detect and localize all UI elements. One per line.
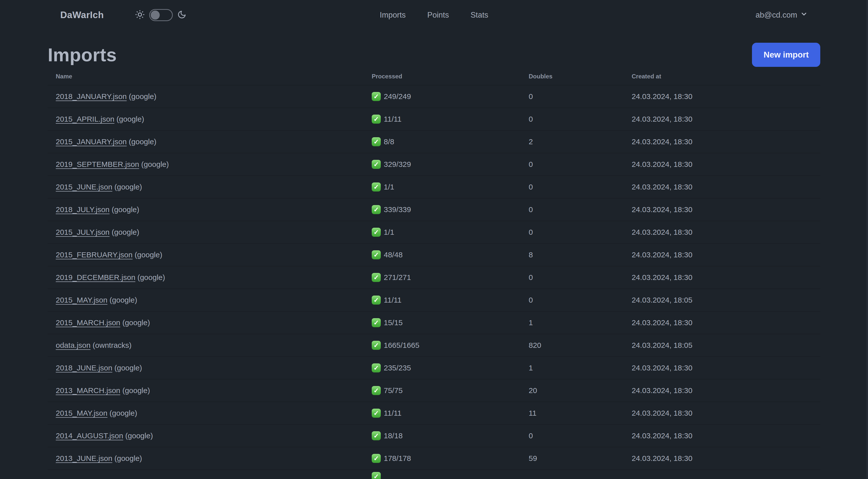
check-mark-emoji-icon — [372, 296, 381, 305]
check-mark-emoji-icon — [372, 228, 381, 237]
check-mark-emoji-icon — [372, 318, 381, 327]
import-source-label: (google) — [129, 138, 156, 146]
import-file-link[interactable]: 2015_MAY.json — [56, 296, 107, 304]
theme-toggle[interactable] — [135, 9, 186, 21]
created-at-cell: 24.03.2024, 18:30 — [624, 198, 820, 221]
doubles-cell: 8 — [521, 243, 624, 266]
check-mark-emoji-icon — [372, 160, 381, 169]
import-file-link[interactable]: 2019_DECEMBER.json — [56, 273, 135, 281]
import-file-link[interactable]: 2018_JULY.json — [56, 205, 110, 214]
import-file-link[interactable]: 2018_JANUARY.json — [56, 92, 127, 100]
check-mark-emoji-icon — [372, 250, 381, 259]
processed-cell: 48/48 — [364, 243, 521, 266]
import-file-link[interactable]: 2013_JUNE.json — [56, 454, 112, 462]
check-mark-emoji-icon — [372, 273, 381, 282]
import-source-label: (google) — [114, 364, 142, 372]
name-cell: 2015_MAY.json (google) — [48, 289, 364, 311]
processed-count: 329/329 — [384, 160, 411, 169]
import-source-label: (google) — [135, 250, 162, 259]
page-title: Imports — [48, 44, 117, 66]
app-logo[interactable]: DaWarIch — [60, 10, 104, 20]
name-cell: 2015_APRIL.json (google) — [48, 108, 364, 130]
import-file-link[interactable]: 2013_MARCH.json — [56, 386, 120, 394]
column-header-processed: Processed — [364, 67, 521, 85]
name-cell: 2013_MARCH.json (google) — [48, 379, 364, 402]
nav-link-points[interactable]: Points — [424, 8, 452, 22]
processed-cell: 1665/1665 — [364, 334, 521, 357]
partial-table-row — [48, 470, 820, 479]
name-cell: 2015_JUNE.json (google) — [48, 176, 364, 198]
processed-count: 1/1 — [384, 183, 394, 191]
processed-count: 18/18 — [384, 431, 403, 440]
table-row: 2015_MAY.json (google) 11/11 11 24.03.20… — [48, 402, 820, 424]
processed-cell — [364, 470, 521, 479]
created-at-cell: 24.03.2024, 18:30 — [624, 266, 820, 289]
processed-cell: 271/271 — [364, 266, 521, 289]
table-row: 2015_JULY.json (google) 1/1 0 24.03.2024… — [48, 221, 820, 243]
import-source-label: (google) — [137, 273, 165, 281]
check-mark-emoji-icon — [372, 431, 381, 440]
table-row: 2015_APRIL.json (google) 11/11 0 24.03.2… — [48, 108, 820, 130]
name-cell: 2018_JULY.json (google) — [48, 198, 364, 221]
table-row: 2015_MARCH.json (google) 15/15 1 24.03.2… — [48, 311, 820, 334]
doubles-cell: 2 — [521, 130, 624, 153]
processed-count: 1/1 — [384, 228, 394, 237]
page-header: Imports New import — [48, 43, 820, 67]
theme-switch-knob — [151, 10, 160, 20]
table-row: 2015_FEBRUARY.json (google) 48/48 8 24.0… — [48, 243, 820, 266]
doubles-cell: 0 — [521, 266, 624, 289]
imports-table: Name Processed Doubles Created at 2018_J… — [48, 67, 820, 479]
import-source-label: (google) — [117, 115, 144, 123]
import-file-link[interactable]: 2015_FEBRUARY.json — [56, 250, 133, 259]
created-at-cell: 24.03.2024, 18:30 — [624, 85, 820, 108]
check-mark-emoji-icon — [372, 137, 381, 146]
processed-count: 11/11 — [384, 409, 402, 417]
processed-count: 11/11 — [384, 115, 402, 123]
table-row: 2013_MARCH.json (google) 75/75 20 24.03.… — [48, 379, 820, 402]
import-source-label: (google) — [110, 409, 137, 417]
import-file-link[interactable]: 2015_APRIL.json — [56, 115, 115, 123]
moon-icon — [177, 10, 186, 20]
navbar: DaWarIch Imports Points Stats ab@cd.com — [0, 0, 868, 30]
nav-link-imports[interactable]: Imports — [376, 8, 409, 22]
import-file-link[interactable]: 2015_JANUARY.json — [56, 138, 127, 146]
import-file-link[interactable]: odata.json — [56, 341, 90, 349]
check-mark-emoji-icon — [372, 205, 381, 214]
name-cell: 2015_JANUARY.json (google) — [48, 130, 364, 153]
import-source-label: (owntracks) — [93, 341, 132, 349]
processed-cell: 339/339 — [364, 198, 521, 221]
processed-cell: 1/1 — [364, 176, 521, 198]
processed-cell: 15/15 — [364, 311, 521, 334]
doubles-cell: 0 — [521, 108, 624, 130]
doubles-cell: 0 — [521, 176, 624, 198]
name-cell: 2015_JULY.json (google) — [48, 221, 364, 243]
name-cell: 2015_FEBRUARY.json (google) — [48, 243, 364, 266]
processed-count: 178/178 — [384, 454, 411, 463]
doubles-cell: 0 — [521, 85, 624, 108]
import-file-link[interactable]: 2015_JUNE.json — [56, 183, 112, 191]
main-nav: Imports Points Stats — [376, 8, 492, 22]
new-import-button[interactable]: New import — [752, 43, 820, 67]
page-scrollbar[interactable] — [867, 0, 868, 479]
import-file-link[interactable]: 2015_JULY.json — [56, 228, 110, 236]
import-source-label: (google) — [112, 228, 139, 236]
doubles-cell: 0 — [521, 153, 624, 176]
import-file-link[interactable]: 2015_MARCH.json — [56, 319, 120, 327]
doubles-cell: 1 — [521, 311, 624, 334]
nav-link-stats[interactable]: Stats — [467, 8, 492, 22]
import-file-link[interactable]: 2019_SEPTEMBER.json — [56, 160, 139, 169]
column-header-doubles: Doubles — [521, 67, 624, 85]
processed-cell: 1/1 — [364, 221, 521, 243]
processed-count: 48/48 — [384, 250, 403, 259]
import-file-link[interactable]: 2015_MAY.json — [56, 409, 107, 417]
name-cell: 2019_DECEMBER.json (google) — [48, 266, 364, 289]
import-file-link[interactable]: 2014_AUGUST.json — [56, 431, 123, 440]
theme-switch[interactable] — [149, 9, 173, 21]
import-file-link[interactable]: 2018_JUNE.json — [56, 364, 112, 372]
processed-count: 8/8 — [384, 138, 394, 146]
imports-page: Imports New import Name Processed Double… — [48, 43, 820, 479]
name-cell: 2018_JUNE.json (google) — [48, 357, 364, 379]
account-menu[interactable]: ab@cd.com — [755, 10, 808, 20]
import-source-label: (google) — [122, 386, 150, 394]
doubles-cell: 11 — [521, 402, 624, 424]
